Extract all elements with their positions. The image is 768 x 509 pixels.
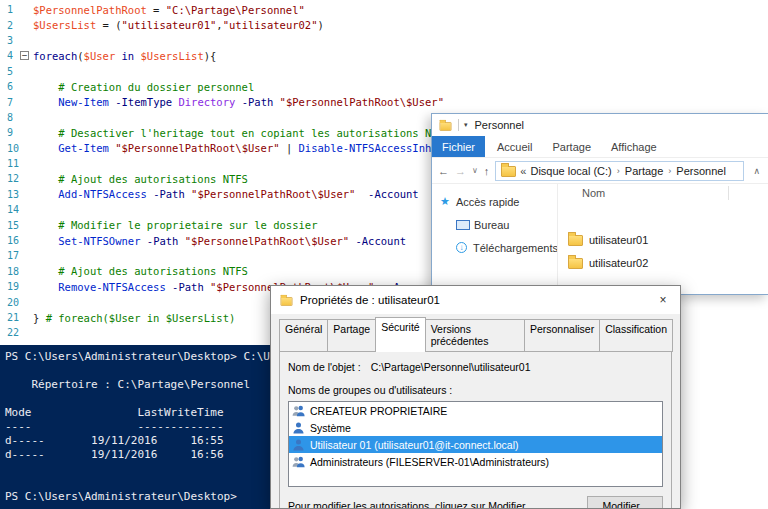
object-name-label: Nom de l'objet : bbox=[288, 361, 361, 373]
line-number: 7 bbox=[0, 97, 20, 108]
code-text: # Ajout des autorisations NTFS bbox=[33, 173, 248, 185]
file-item[interactable]: utilisateur01 bbox=[558, 228, 768, 251]
code-text: # Ajout des autorisations NTFS bbox=[33, 265, 248, 277]
code-line: 2$UsersList = ("utilisateur01","utilisat… bbox=[0, 17, 768, 32]
chevron-right-icon: › bbox=[616, 166, 621, 176]
principal-name: Utilisateur 01 (utilisateur01@it-connect… bbox=[310, 439, 519, 451]
principal-row[interactable]: Administrateurs (FILESERVER-01\Administr… bbox=[289, 453, 662, 470]
code-line: 6 # Creation du dossier personnel bbox=[0, 79, 768, 94]
object-name-value: C:\Partage\Personnel\utilisateur01 bbox=[371, 361, 531, 373]
code-line: 1$PersonnelPathRoot = "C:\Partage\Person… bbox=[0, 2, 768, 17]
fold-collapse-icon[interactable]: − bbox=[20, 51, 33, 60]
line-number: 13 bbox=[0, 189, 20, 200]
recent-locations-icon[interactable]: ∨ bbox=[472, 166, 478, 175]
user-icon bbox=[292, 438, 305, 451]
nav-item[interactable]: ↓Téléchargements bbox=[432, 236, 557, 259]
nav-item-label: Bureau bbox=[474, 219, 509, 231]
modify-hint: Pour modifier les autorisations, cliquez… bbox=[288, 500, 528, 509]
explorer-body: ★Accès rapideBureau↓Téléchargements Nom … bbox=[432, 184, 768, 294]
ribbon-tab-partage[interactable]: Partage bbox=[542, 136, 601, 157]
explorer-titlebar[interactable]: ▾ Personnel bbox=[432, 114, 768, 136]
principal-name: Administrateurs (FILESERVER-01\Administr… bbox=[310, 456, 549, 468]
groups-label: Noms de groupes ou d'utilisateurs : bbox=[288, 384, 663, 397]
toolbar-divider bbox=[458, 119, 459, 131]
up-icon[interactable]: ↑ bbox=[484, 165, 490, 177]
breadcrumb[interactable]: «Disque local (C:)›Partage›Personnel bbox=[495, 161, 744, 181]
line-number: 5 bbox=[0, 66, 20, 77]
principal-name: Système bbox=[310, 422, 351, 434]
line-number: 3 bbox=[0, 35, 20, 46]
line-number: 19 bbox=[0, 281, 20, 292]
nav-item-label: Téléchargements bbox=[473, 242, 557, 254]
file-item[interactable]: utilisateur02 bbox=[558, 251, 768, 274]
modify-row: Pour modifier les autorisations, cliquez… bbox=[288, 496, 663, 509]
code-line: 4−foreach($User in $UsersList){ bbox=[0, 48, 768, 63]
code-text: $PersonnelPathRoot = "C:\Partage\Personn… bbox=[33, 4, 305, 16]
line-number: 17 bbox=[0, 250, 20, 261]
powershell-console[interactable]: PS C:\Users\Administrateur\Desktop> C:\U… bbox=[0, 345, 270, 509]
line-number: 2 bbox=[0, 20, 20, 31]
nav-item[interactable]: Bureau bbox=[432, 213, 557, 236]
code-line: 5 bbox=[0, 64, 768, 79]
breadcrumb-item[interactable]: Partage bbox=[625, 165, 664, 177]
line-number: 20 bbox=[0, 297, 20, 308]
line-number: 14 bbox=[0, 204, 20, 215]
explorer-address-bar: ← → ∨ ↑ «Disque local (C:)›Partage›Perso… bbox=[432, 158, 768, 184]
dialog-tab-sécurité[interactable]: Sécurité bbox=[375, 317, 426, 352]
dialog-tab-partage[interactable]: Partage bbox=[327, 319, 376, 352]
line-number: 16 bbox=[0, 235, 20, 246]
download-icon: ↓ bbox=[456, 242, 467, 253]
explorer-window-title: Personnel bbox=[475, 119, 525, 131]
breadcrumb-item[interactable]: Personnel bbox=[676, 165, 726, 177]
folder-icon bbox=[568, 233, 583, 246]
dialog-tab-personnaliser[interactable]: Personnaliser bbox=[524, 319, 600, 352]
principal-name: CREATEUR PROPRIETAIRE bbox=[310, 405, 447, 417]
line-number: 15 bbox=[0, 220, 20, 231]
code-text: $UsersList = ("utilisateur01","utilisate… bbox=[33, 19, 324, 31]
column-header-label: Nom bbox=[582, 187, 605, 199]
nav-item[interactable]: ★Accès rapide bbox=[432, 190, 557, 213]
code-text: foreach($User in $UsersList){ bbox=[33, 50, 216, 62]
back-icon[interactable]: ← bbox=[438, 165, 449, 177]
code-line: 7 New-Item -ItemType Directory -Path "$P… bbox=[0, 94, 768, 109]
dialog-titlebar[interactable]: Propriétés de : utilisateur01 × bbox=[271, 286, 680, 314]
file-name: utilisateur02 bbox=[589, 257, 648, 269]
breadcrumb-overflow-chevron[interactable]: « bbox=[520, 165, 526, 177]
principals-list[interactable]: CREATEUR PROPRIETAIRESystèmeUtilisateur … bbox=[288, 401, 663, 487]
folder-icon bbox=[501, 164, 516, 177]
dialog-tab-versions précédentes[interactable]: Versions précédentes bbox=[425, 319, 525, 352]
ribbon-tab-fichier[interactable]: Fichier bbox=[432, 136, 485, 157]
line-number: 8 bbox=[0, 112, 20, 123]
object-name-row: Nom de l'objet : C:\Partage\Personnel\ut… bbox=[288, 360, 663, 374]
modify-button[interactable]: Modifier... bbox=[587, 496, 663, 509]
group-icon bbox=[292, 455, 305, 468]
ribbon-collapse-icon[interactable]: ∧ bbox=[750, 166, 763, 176]
breadcrumb-item[interactable]: Disque local (C:) bbox=[530, 165, 611, 177]
user-icon bbox=[292, 421, 305, 434]
principal-row[interactable]: Système bbox=[289, 419, 662, 436]
forward-icon[interactable]: → bbox=[455, 165, 466, 177]
desktop-icon bbox=[456, 220, 468, 230]
dialog-tab-général[interactable]: Général bbox=[279, 319, 328, 352]
quick-access-dropdown-icon[interactable]: ▾ bbox=[464, 121, 468, 129]
code-line: 3 bbox=[0, 33, 768, 48]
principal-row[interactable]: CREATEUR PROPRIETAIRE bbox=[289, 402, 662, 419]
explorer-nav-pane: ★Accès rapideBureau↓Téléchargements bbox=[432, 184, 558, 294]
line-number: 22 bbox=[0, 327, 20, 338]
principal-row[interactable]: Utilisateur 01 (utilisateur01@it-connect… bbox=[289, 436, 662, 453]
ribbon-tab-affichage[interactable]: Affichage bbox=[601, 136, 667, 157]
close-button[interactable]: × bbox=[646, 286, 680, 314]
code-text: New-Item -ItemType Directory -Path "$Per… bbox=[33, 96, 444, 108]
dialog-tab-classification[interactable]: Classification bbox=[599, 319, 673, 352]
console-output: PS C:\Users\Administrateur\Desktop> C:\U… bbox=[0, 345, 270, 504]
code-text: # Creation du dossier personnel bbox=[33, 81, 254, 93]
code-text: Get-Item "$PersonnelPathRoot\$User" | Di… bbox=[33, 142, 482, 154]
column-header-nom[interactable]: Nom bbox=[558, 184, 768, 202]
explorer-ribbon-tabs: FichierAccueilPartageAffichage bbox=[432, 136, 768, 158]
folder-icon bbox=[568, 256, 583, 269]
ribbon-tab-accueil[interactable]: Accueil bbox=[487, 136, 542, 157]
explorer-file-pane: Nom utilisateur01utilisateur02 bbox=[558, 184, 768, 294]
dialog-tabs: GénéralPartageSécuritéVersions précédent… bbox=[271, 314, 680, 352]
security-tab-page: Nom de l'objet : C:\Partage\Personnel\ut… bbox=[279, 351, 672, 509]
line-number: 11 bbox=[0, 158, 20, 169]
